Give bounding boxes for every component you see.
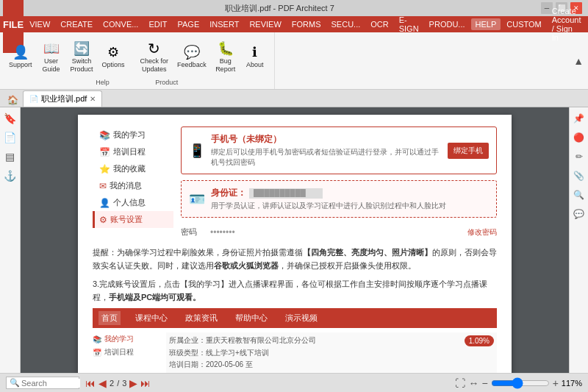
pbc-left-nav: 📚 我的学习 📅 培训日程	[93, 332, 159, 373]
nav-training-label: 培训日程	[113, 146, 146, 157]
nav-profile[interactable]: 👤 个人信息	[93, 194, 173, 211]
reminder-text: 提醒：为确保学习过程中刷脸效果，身份证照片拍摄需遵循【四角完整、亮度均匀、照片清…	[93, 246, 497, 272]
ribbon-collapse-button[interactable]: ▲	[573, 55, 584, 67]
fit-page-button[interactable]: ⛶	[455, 377, 465, 389]
nav-my-learning[interactable]: 📚 我的学习	[93, 126, 173, 143]
menu-forms[interactable]: FORMS	[287, 18, 326, 30]
about-label: About	[246, 61, 264, 69]
check-updates-label: Check forUpdates	[140, 57, 169, 74]
menu-security[interactable]: SECU...	[327, 18, 365, 30]
ribbon-help-group: 👤 Support 📖 UserGuide 🔄 SwitchProduct ⚙ …	[0, 32, 275, 89]
document-tab[interactable]: 📄 职业培训.pdf ✕	[23, 90, 102, 107]
menu-esign[interactable]: E-SIGN	[395, 14, 423, 35]
bug-report-label: BugReport	[215, 57, 235, 74]
tab-close-button[interactable]: ✕	[90, 95, 96, 103]
id-label: 身份证：	[211, 187, 246, 199]
right-tool-5[interactable]: 🔍	[571, 187, 587, 203]
pbc-training[interactable]: 📅 培训日程	[93, 346, 159, 359]
right-tool-3[interactable]: ✏	[571, 149, 587, 165]
menu-review[interactable]: REVIEW	[245, 18, 285, 30]
zoom-in-button[interactable]: +	[553, 377, 559, 389]
id-card-body: 身份证： 用于学员认证，讲师认证以及学习证程中进行人脸识别过程中和人脸比对	[211, 187, 489, 211]
nav-messages[interactable]: ✉ 我的消息	[93, 177, 173, 194]
menu-page[interactable]: PAGE	[173, 18, 204, 30]
nav-account-label: 账号设置	[110, 214, 143, 225]
right-tool-1[interactable]: 📌	[571, 110, 587, 126]
menu-ocr[interactable]: OCR	[366, 18, 392, 30]
options-button[interactable]: ⚙ Options	[99, 42, 128, 71]
menu-help[interactable]: HELP	[471, 18, 501, 30]
search-input[interactable]	[21, 379, 80, 388]
nav-training-schedule[interactable]: 📅 培训日程	[93, 143, 173, 160]
pbc-type: 班级类型：线上学习+线下培训	[169, 348, 269, 358]
menu-insert[interactable]: INSERT	[205, 18, 243, 30]
menu-bar: FILE VIEW CREATE CONVE... EDIT PAGE INSE…	[0, 16, 588, 32]
check-updates-button[interactable]: ↻ Check forUpdates	[137, 38, 172, 75]
nav-account-settings[interactable]: ⚙ 账号设置	[93, 211, 173, 228]
support-label: Support	[9, 61, 32, 69]
nav-first-button[interactable]: ⏮	[85, 377, 96, 389]
pbc-training-label: 培训日程	[104, 347, 134, 357]
pdf-panel: 📚 我的学习 📅 培训日程 ⭐ 我的收藏 ✉ 我的消息	[93, 126, 497, 240]
bug-report-button[interactable]: 🐛 BugReport	[212, 38, 239, 75]
menu-convert[interactable]: CONVE...	[98, 18, 143, 30]
right-tool-6[interactable]: 💬	[571, 206, 587, 222]
nav-next-button[interactable]: ▶	[129, 377, 137, 389]
document-view: 📚 我的学习 📅 培训日程 ⭐ 我的收藏 ✉ 我的消息	[21, 107, 569, 373]
user-guide-label: UserGuide	[43, 57, 60, 74]
sidebar-tool-bookmark[interactable]: 🔖	[2, 110, 18, 126]
menu-edit[interactable]: EDIT	[144, 18, 171, 30]
pdf-main-content: 📱 手机号（未绑定） 绑定后可以使用手机号加密码或者短信验证码进行登录，并可以通…	[181, 126, 497, 240]
my-learning-icon: 📚	[99, 130, 110, 140]
nav-last-button[interactable]: ⏭	[140, 377, 151, 389]
sidebar-tool-layers[interactable]: ▤	[2, 149, 18, 165]
zoom-out-button[interactable]: −	[481, 377, 487, 389]
feedback-button[interactable]: 💬 Feedback	[174, 42, 209, 71]
bind-phone-button[interactable]: 绑定手机	[448, 143, 489, 159]
main-area: 🔖 📄 ▤ ⚓ 📚 我的学习 📅 培训日程	[0, 107, 588, 373]
menu-custom[interactable]: CUSTOM	[502, 18, 545, 30]
ribbon: 👤 Support 📖 UserGuide 🔄 SwitchProduct ⚙ …	[0, 32, 588, 90]
training-icon: 📅	[99, 147, 110, 157]
phone-card: 📱 手机号（未绑定） 绑定后可以使用手机号加密码或者短信验证码进行登录，并可以通…	[181, 126, 497, 174]
right-tool-2[interactable]: 🔴	[571, 129, 587, 146]
sidebar-tool-anchor[interactable]: ⚓	[2, 168, 18, 184]
user-guide-button[interactable]: 📖 UserGuide	[38, 38, 65, 75]
menu-view[interactable]: VIEW	[25, 18, 54, 30]
tab-bar: 🏠 📄 职业培训.pdf ✕	[0, 90, 588, 107]
nav-prev-button[interactable]: ◀	[98, 377, 107, 389]
bn-policy[interactable]: 政策资讯	[182, 311, 220, 325]
menu-create[interactable]: CREATE	[56, 18, 97, 30]
home-tab-icon[interactable]: 🏠	[3, 93, 23, 107]
sidebar-tool-page[interactable]: 📄	[2, 129, 18, 146]
about-icon: ℹ	[246, 43, 264, 61]
phone-desc: 绑定后可以使用手机号加密码或者短信验证码进行登录，并可以通过手机号找回密码	[211, 147, 442, 168]
zoom-slider[interactable]	[491, 379, 550, 388]
pbc-my-learning[interactable]: 📚 我的学习	[93, 332, 159, 346]
switch-icon: 🔄	[73, 40, 90, 57]
bn-help[interactable]: 帮助中心	[232, 311, 270, 325]
title-bar: 📄 职业培训.pdf - PDF Architect 7 ─ ⬜ ✕	[0, 0, 588, 16]
ribbon-group-label: Help Product	[96, 79, 178, 86]
id-input-field[interactable]	[249, 188, 323, 199]
bn-home[interactable]: 首页	[98, 311, 121, 325]
switch-label: SwitchProduct	[71, 57, 93, 74]
nav-favorites[interactable]: ⭐ 我的收藏	[93, 160, 173, 177]
bn-demo[interactable]: 演示视频	[282, 311, 320, 325]
id-icon: 🪪	[189, 191, 205, 207]
right-tool-4[interactable]: 📎	[571, 168, 587, 184]
feedback-icon: 💬	[183, 43, 201, 61]
nav-favorites-label: 我的收藏	[113, 163, 146, 174]
about-button[interactable]: ℹ About	[242, 42, 268, 71]
support-icon: 👤	[12, 43, 29, 61]
menu-products[interactable]: PRODU...	[425, 18, 470, 30]
switch-product-button[interactable]: 🔄 SwitchProduct	[68, 38, 96, 75]
support-button[interactable]: 👤 Support	[6, 42, 35, 71]
modify-password-link[interactable]: 修改密码	[467, 227, 497, 238]
bn-courses[interactable]: 课程中心	[132, 311, 171, 325]
page-current: 2	[110, 379, 114, 388]
ribbon-buttons: 👤 Support 📖 UserGuide 🔄 SwitchProduct ⚙ …	[6, 35, 268, 77]
fit-width-button[interactable]: ↔	[468, 377, 478, 389]
profile-icon: 👤	[99, 198, 110, 208]
pbc-company-row: 所属企业：重庆天程教智有限公司北京分公司 1.09%	[169, 335, 494, 346]
